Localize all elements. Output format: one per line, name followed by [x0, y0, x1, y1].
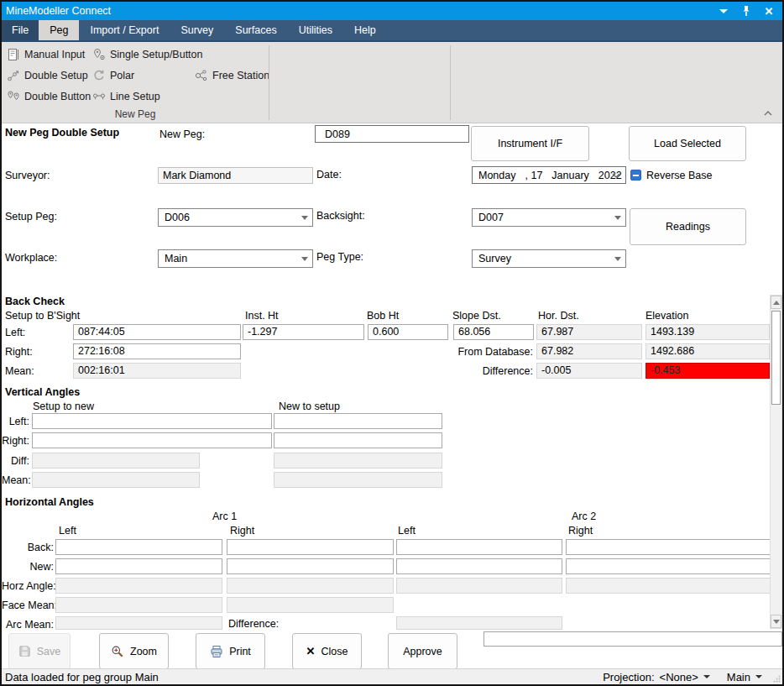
peg-type-label: Peg Type:	[316, 251, 363, 263]
projection-value[interactable]: <None>	[660, 671, 698, 683]
bc-right-angle-input[interactable]: 272:16:08	[73, 343, 241, 359]
tab-file[interactable]: File	[2, 20, 39, 40]
tab-import-export[interactable]: Import / Export	[79, 20, 170, 40]
va-right-label: Right:	[2, 435, 29, 447]
vertical-angles-heading: Vertical Angles	[5, 386, 80, 398]
back-check-right-label: Right:	[5, 346, 33, 358]
bc-left-angle-input[interactable]: 087:44:05	[73, 324, 241, 340]
title-bar: MineModeller Connect ✕	[2, 2, 782, 20]
ha-back-arc1-left-input[interactable]	[55, 539, 222, 555]
ha-back-arc2-right-input[interactable]	[566, 539, 771, 555]
setup-peg-combo[interactable]: D006	[158, 208, 313, 227]
surveyor-field: Mark Diamond	[158, 167, 313, 184]
va-left-new-input[interactable]	[274, 413, 442, 429]
bc-diff-elevation-error-field: -0.453	[645, 363, 770, 379]
setup-peg-label: Setup Peg:	[5, 211, 57, 223]
ribbon-polar[interactable]: Polar	[92, 69, 134, 82]
window-menu-icon[interactable]	[718, 5, 729, 17]
peg-type-combo[interactable]: Survey	[472, 249, 626, 268]
back-check-mean-label: Mean:	[5, 365, 34, 377]
print-button[interactable]: Print	[196, 633, 265, 669]
load-selected-button[interactable]: Load Selected	[629, 126, 746, 161]
ribbon-collapse-icon[interactable]	[760, 107, 776, 119]
ha-new-arc1-left-input[interactable]	[55, 558, 222, 574]
close-icon: ✕	[306, 645, 316, 657]
two-pins-icon	[7, 90, 20, 103]
ribbon-double-setup[interactable]: Double Setup	[7, 69, 88, 82]
peg-group-value[interactable]: Main	[727, 671, 750, 683]
pin-icon[interactable]	[740, 5, 752, 17]
workplace-combo[interactable]: Main	[158, 249, 313, 268]
tab-surfaces[interactable]: Surfaces	[224, 20, 287, 40]
ha-col4-header: Right	[568, 525, 593, 537]
instrument-if-button[interactable]: Instrument I/F	[471, 126, 589, 161]
ha-back-arc1-right-input[interactable]	[227, 539, 394, 555]
date-label: Date:	[316, 169, 342, 181]
ha-horz-arc2-right-field	[566, 578, 771, 594]
col-header-slope-dst: Slope Dst.	[452, 310, 501, 322]
ha-new-arc1-right-input[interactable]	[227, 558, 394, 574]
ribbon-line-setup[interactable]: Line Setup	[92, 90, 160, 103]
resize-grip[interactable]	[773, 675, 781, 683]
peg-group-dropdown-icon[interactable]	[755, 675, 762, 678]
col-header-elevation: Elevation	[645, 310, 688, 322]
approve-button[interactable]: Approve	[388, 633, 457, 669]
dropdown-caret-icon	[614, 257, 621, 261]
ha-back-arc2-left-input[interactable]	[396, 539, 562, 555]
col-header-hor-dst: Hor. Dst.	[538, 310, 579, 322]
tab-survey[interactable]: Survey	[170, 20, 224, 40]
bc-db-elevation-field: 1492.686	[645, 343, 770, 359]
ha-horz-arc1-right-field	[227, 578, 394, 594]
close-window-icon[interactable]: ✕	[763, 5, 775, 17]
readings-button[interactable]: Readings	[630, 208, 746, 245]
scrollbar-thumb[interactable]	[771, 311, 781, 405]
ha-difference-label: Difference:	[228, 618, 279, 630]
backsight-label: Backsight:	[316, 210, 365, 222]
date-picker[interactable]: Monday , 17 January 2022	[472, 166, 626, 184]
ha-face-arc1-left-field	[55, 597, 222, 613]
save-button[interactable]: Save	[8, 633, 71, 669]
projection-dropdown-icon[interactable]	[703, 675, 710, 678]
scroll-down-icon[interactable]	[771, 615, 781, 628]
bc-bob-ht-input[interactable]: 0.600	[368, 324, 448, 340]
va-diff-label: Diff:	[2, 455, 29, 467]
close-button[interactable]: ✕ Close	[292, 633, 362, 669]
va-left-setup-input[interactable]	[32, 413, 272, 429]
projection-label: Projection:	[603, 671, 654, 683]
ribbon-group-divider	[269, 45, 269, 120]
ribbon-group-label: New Peg	[2, 108, 269, 120]
window-title: MineModeller Connect	[6, 5, 111, 17]
zoom-button[interactable]: Zoom	[99, 633, 169, 669]
bc-diff-hor-dst-field: -0.005	[536, 363, 642, 379]
arc2-label: Arc 2	[396, 511, 771, 522]
tab-help[interactable]: Help	[343, 20, 387, 40]
ribbon-single-setup-button[interactable]: Single Setup/Button	[92, 48, 203, 61]
va-mean-new-field	[274, 472, 442, 488]
ribbon-manual-input[interactable]: Manual Input	[7, 48, 85, 61]
tab-peg[interactable]: Peg	[39, 20, 79, 40]
bc-inst-ht-input[interactable]: -1.297	[243, 324, 364, 340]
reverse-base-label: Reverse Base	[646, 170, 713, 181]
ha-new-arc2-left-input[interactable]	[396, 558, 562, 574]
single-pin-icon	[92, 48, 106, 61]
va-left-label: Left:	[2, 416, 29, 427]
ha-new-label: New:	[2, 561, 54, 573]
backsight-combo[interactable]: D007	[472, 208, 626, 227]
ribbon-free-station[interactable]: Free Station	[193, 69, 269, 82]
vertical-scrollbar[interactable]	[770, 295, 782, 629]
scroll-up-icon[interactable]	[771, 296, 781, 309]
new-peg-input[interactable]: D089	[315, 125, 469, 143]
difference-label: Difference:	[417, 365, 533, 377]
bc-slope-dst-input[interactable]: 68.056	[453, 324, 534, 340]
va-right-setup-input[interactable]	[32, 432, 272, 448]
ha-col3-header: Left	[398, 525, 416, 537]
va-right-new-input[interactable]	[274, 432, 442, 448]
col-header-bob-ht: Bob Ht	[367, 310, 399, 322]
ribbon-double-button[interactable]: Double Button	[7, 90, 91, 103]
arc1-label: Arc 1	[55, 511, 394, 522]
ha-new-arc2-right-input[interactable]	[566, 558, 771, 574]
bc-left-hor-dst-field: 67.987	[536, 324, 642, 340]
tab-utilities[interactable]: Utilities	[288, 20, 343, 40]
chevron-down-icon	[612, 173, 620, 179]
reverse-base-checkbox[interactable]	[630, 170, 641, 181]
